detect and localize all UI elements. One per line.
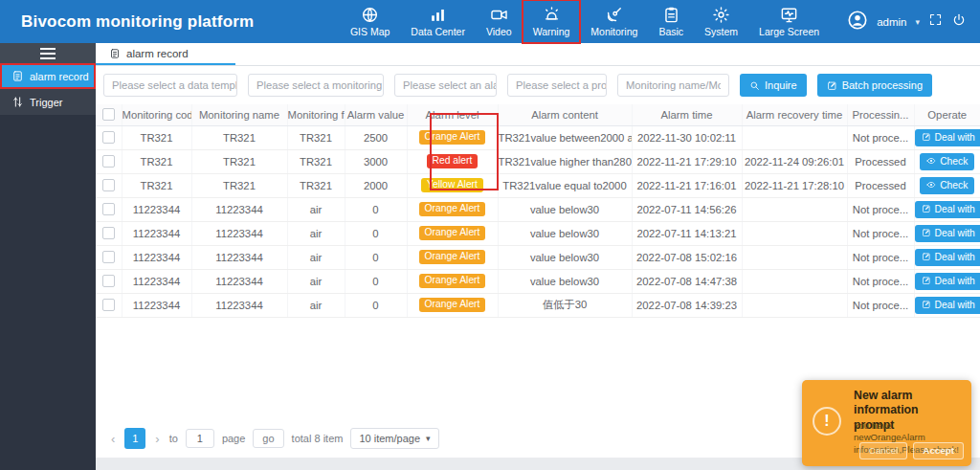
row-checkbox[interactable] — [102, 155, 115, 168]
user-area: admin ▾ — [830, 10, 980, 34]
popup-accept-button[interactable]: Accept — [913, 442, 964, 459]
col-header-alarm-recovery-time: Alarm recovery time — [742, 104, 847, 125]
filter-dropdown-4[interactable]: Please select a processing — [507, 74, 607, 97]
inquire-button[interactable]: Inquire — [740, 74, 807, 97]
alarm-level-badge: Orange Alert — [419, 298, 486, 312]
table-row: 1122334411223344air0Orange Alertvalue be… — [96, 245, 980, 269]
deal-with-button[interactable]: Deal with — [915, 129, 980, 146]
check-button[interactable]: Check — [920, 153, 974, 170]
deal-with-button[interactable]: Deal with — [915, 249, 980, 266]
search-input[interactable] — [626, 79, 721, 91]
select-all-checkbox[interactable] — [102, 108, 115, 121]
to-label: to — [169, 433, 178, 444]
deal-with-button[interactable]: Deal with — [915, 297, 980, 314]
edit-icon — [827, 80, 837, 91]
new-alarm-popup: ! New alarm information prompt You have … — [802, 380, 971, 466]
alarm-level-badge: Orange Alert — [419, 202, 486, 216]
screen-pulse-icon — [780, 5, 798, 24]
row-checkbox[interactable] — [102, 203, 115, 215]
alarm-level-badge: Orange Alert — [419, 226, 486, 240]
alarm-level-badge: Yellow Alert — [421, 178, 483, 192]
table-row: TR321TR321TR3212000Yellow AlertTR321valu… — [96, 173, 980, 197]
filter-dropdown-3[interactable]: Please select an alarm leve — [394, 74, 497, 97]
avatar-icon[interactable] — [847, 10, 868, 34]
alarm-table: Monitoring codeMonitoring nameMonitoring… — [96, 104, 980, 318]
platform-title: Bivocom monitoring platform — [0, 12, 254, 32]
next-page-icon[interactable]: › — [153, 432, 161, 446]
fullscreen-icon[interactable] — [928, 12, 943, 31]
search-input-wrap — [617, 74, 729, 97]
items-per-page-select[interactable]: 10 item/page ▾ — [350, 428, 438, 449]
col-header-alarm-level: Alarm level — [407, 104, 498, 125]
filter-dropdown-2[interactable]: Please select a monitoring factor▾ — [248, 74, 384, 97]
row-checkbox[interactable] — [102, 275, 115, 287]
prev-page-icon[interactable]: ‹ — [109, 432, 117, 446]
edit-icon — [922, 132, 931, 142]
filter-dropdown-1[interactable]: Please select a data template▾ — [103, 74, 237, 97]
edit-icon — [922, 300, 931, 309]
batch-processing-button[interactable]: Batch processing — [817, 74, 932, 97]
nav-item-monitoring[interactable]: Monitoring — [580, 0, 648, 43]
row-checkbox[interactable] — [102, 227, 115, 239]
col-header-monitoring-name: Monitoring name — [191, 104, 287, 125]
col-header-alarm-content: Alarm content — [498, 104, 632, 125]
alarm-level-badge: Orange Alert — [419, 130, 486, 145]
nav-item-video[interactable]: Video — [476, 0, 523, 43]
gear-icon — [712, 5, 730, 24]
table-row: 1122334411223344air0Orange Alertvalue be… — [96, 197, 980, 221]
col-header-monitoring-code: Monitoring code — [122, 104, 191, 125]
row-checkbox[interactable] — [102, 131, 115, 144]
popup-cancel-button[interactable]: Cancel — [859, 442, 908, 459]
table-row: 1122334411223344air0Orange Alert值低于30202… — [96, 293, 980, 317]
nav-item-large-screen[interactable]: Large Screen — [748, 0, 830, 43]
row-checkbox[interactable] — [102, 299, 115, 311]
video-camera-icon — [490, 5, 508, 24]
deal-with-button[interactable]: Deal with — [915, 273, 980, 290]
alarm-siren-icon — [543, 5, 561, 24]
eye-icon — [926, 180, 936, 190]
table-row: TR321TR321TR3213000Red alertTR321value h… — [96, 149, 980, 173]
go-button[interactable]: go — [253, 429, 283, 448]
row-checkbox[interactable] — [102, 179, 115, 191]
alarm-record-icon — [109, 48, 121, 59]
header-nav: GIS Map Data Center Video Warning Monito… — [340, 0, 830, 43]
col-header-processin-: Processin... — [847, 104, 914, 125]
edit-icon — [922, 228, 931, 237]
page-jump-input[interactable] — [186, 429, 214, 448]
sidebar-item-alarm-record[interactable]: alarm record — [0, 63, 96, 89]
hamburger-menu-icon[interactable] — [0, 43, 96, 63]
alarm-level-badge: Orange Alert — [419, 250, 486, 264]
sidebar: alarm record Trigger — [0, 43, 96, 470]
alarm-record-icon — [11, 70, 24, 82]
edit-icon — [922, 276, 931, 285]
power-icon[interactable] — [951, 12, 967, 32]
total-items-label: total 8 item — [292, 433, 344, 444]
col-header-monitoring-f-: Monitoring f... — [287, 104, 345, 125]
trigger-sliders-icon — [11, 96, 24, 108]
nav-item-data-center[interactable]: Data Center — [400, 0, 476, 43]
globe-icon — [361, 5, 379, 24]
eye-icon — [926, 156, 936, 166]
sidebar-item-trigger[interactable]: Trigger — [0, 89, 96, 115]
table-row: 1122334411223344air0Orange Alertvalue be… — [96, 269, 980, 293]
nav-item-basic[interactable]: Basic — [648, 0, 694, 43]
check-button[interactable]: Check — [920, 177, 974, 194]
nav-item-warning[interactable]: Warning — [523, 0, 581, 43]
app-window: Bivocom monitoring platform GIS Map Data… — [0, 0, 980, 470]
page-number-1[interactable]: 1 — [124, 428, 145, 449]
edit-icon — [922, 204, 931, 213]
exclamation-circle-icon: ! — [813, 407, 841, 436]
tab-alarm-record[interactable]: alarm record — [96, 43, 235, 65]
edit-icon — [922, 252, 931, 261]
nav-item-system[interactable]: System — [694, 0, 748, 43]
alarm-level-badge: Red alert — [427, 154, 479, 168]
col-header-alarm-value: Alarm value — [345, 104, 407, 125]
nav-item-gis-map[interactable]: GIS Map — [340, 0, 400, 43]
col-header-alarm-time: Alarm time — [632, 104, 742, 125]
deal-with-button[interactable]: Deal with — [915, 225, 980, 242]
deal-with-button[interactable]: Deal with — [915, 201, 980, 218]
row-checkbox[interactable] — [102, 251, 115, 263]
chevron-down-icon[interactable]: ▾ — [915, 17, 920, 27]
username[interactable]: admin — [877, 16, 906, 28]
alarm-level-badge: Orange Alert — [419, 274, 486, 288]
